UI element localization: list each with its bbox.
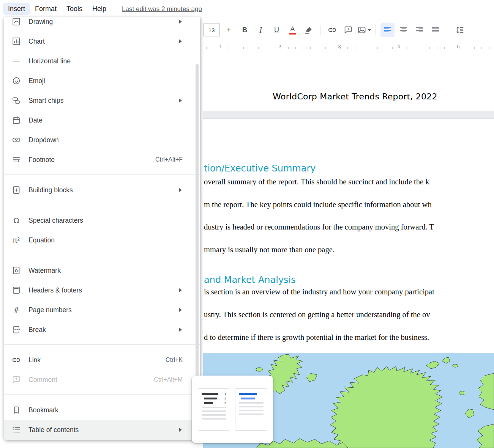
menu-item-drawing[interactable]: Drawing — [4, 17, 200, 31]
dropdown-icon — [11, 135, 21, 145]
body-text-line[interactable]: mmary is usually not more than one page. — [204, 245, 335, 254]
insert-image-button[interactable] — [357, 23, 371, 37]
image-icon — [357, 25, 366, 35]
menu-divider — [4, 344, 200, 345]
font-size-increase-button[interactable]: + — [222, 23, 236, 37]
highlight-button[interactable] — [301, 23, 316, 37]
menu-format[interactable]: Format — [30, 3, 62, 15]
menu-item-watermark[interactable]: Watermark — [4, 261, 200, 280]
toc-option-blue-links[interactable] — [235, 388, 267, 431]
menu-item-label: Page numbers — [28, 306, 72, 314]
menu-item-horizontal-line[interactable]: Horizontal line — [4, 51, 200, 71]
text-color-letter: A — [290, 26, 295, 32]
menu-item-page-numbers[interactable]: # Page numbers — [4, 300, 200, 320]
submenu-arrow-icon — [179, 428, 182, 432]
comment-icon — [11, 375, 21, 384]
bookmark-icon — [11, 406, 21, 415]
menu-item-label: Table of contents — [28, 426, 79, 434]
menu-item-table-of-contents[interactable]: Table of contents — [4, 420, 200, 440]
highlight-icon — [304, 25, 313, 35]
ruler-mark: 5 — [457, 44, 460, 49]
body-text-line[interactable]: d to determine if there is growth potent… — [204, 333, 429, 342]
justify-button[interactable] — [428, 23, 442, 37]
section-heading[interactable]: and Market Analysis — [204, 275, 296, 285]
toc-option-page-numbers[interactable]: 1 2 3 — [198, 388, 230, 431]
line-spacing-button[interactable] — [453, 23, 467, 37]
menu-item-label: Building blocks — [28, 186, 73, 194]
ruler-ticks — [206, 47, 494, 49]
text-color-button[interactable]: A — [286, 23, 300, 37]
menu-item-smart-chips[interactable]: Smart chips — [4, 91, 200, 110]
align-left-button[interactable] — [380, 23, 395, 37]
insert-comment-button[interactable] — [341, 23, 355, 37]
menu-item-chart[interactable]: Chart — [4, 31, 200, 51]
toc-thumb-link-bar — [239, 393, 257, 395]
link-icon — [328, 25, 337, 35]
image-dropdown-caret-icon — [368, 29, 371, 31]
menu-item-comment: Comment Ctrl+Alt+M — [4, 370, 200, 390]
toolbar-divider — [376, 25, 376, 35]
font-size-input[interactable]: 13 — [203, 24, 220, 36]
italic-button[interactable]: I — [254, 23, 268, 37]
menu-item-emoji[interactable]: Emoji — [4, 71, 200, 91]
menu-item-bookmark[interactable]: Bookmark — [4, 400, 200, 420]
menu-item-label: Date — [28, 116, 43, 124]
menu-item-building-blocks[interactable]: Building blocks — [4, 180, 200, 200]
ruler-mark: 3 — [338, 44, 341, 49]
menu-item-label: Watermark — [28, 267, 61, 275]
text-color-indicator — [289, 33, 296, 35]
toc-thumb-heading-bar — [202, 393, 218, 395]
submenu-arrow-icon — [179, 39, 182, 43]
ruler-mark: 4 — [398, 44, 400, 49]
menu-item-label: Horizontal line — [28, 57, 71, 65]
body-text-line[interactable]: dustry is headed or recommendations for … — [204, 223, 434, 231]
last-edit-link[interactable]: Last edit was 2 minutes ago — [122, 5, 202, 13]
page-gap — [203, 111, 494, 119]
menu-item-dropdown[interactable]: Dropdown — [4, 130, 200, 150]
submenu-arrow-icon — [179, 288, 182, 292]
insert-menu: Drawing Chart Horizontal line Emoji Smar… — [4, 17, 200, 440]
menu-tools[interactable]: Tools — [62, 3, 87, 15]
menu-item-link[interactable]: Link Ctrl+K — [4, 350, 200, 370]
line-spacing-icon — [455, 25, 464, 35]
menu-item-label: Emoji — [28, 77, 45, 85]
align-right-button[interactable] — [412, 23, 426, 37]
toc-thumb-text-line — [239, 413, 264, 415]
page-numbers-icon: # — [11, 307, 21, 314]
menu-item-break[interactable]: Break — [4, 320, 200, 340]
menu-insert[interactable]: Insert — [3, 3, 30, 15]
bold-button[interactable]: B — [238, 23, 252, 37]
ruler-mark: 2 — [279, 44, 281, 49]
menu-help[interactable]: Help — [87, 3, 111, 15]
menu-item-label: Chart — [28, 38, 45, 46]
toolbar-divider — [320, 25, 320, 35]
comment-icon — [344, 25, 353, 35]
menu-item-date[interactable]: Date — [4, 110, 200, 130]
underline-button[interactable]: U — [270, 23, 284, 37]
document-title[interactable]: WorldCorp Market Trends Report, 2022 — [203, 92, 494, 101]
toc-thumb-page-number: 1 — [224, 393, 226, 396]
menu-item-headers-footers[interactable]: Headers & footers — [4, 280, 200, 300]
body-text-line[interactable]: m the report. The key points could inclu… — [204, 200, 432, 209]
submenu-arrow-icon — [179, 99, 182, 102]
menu-divider — [4, 395, 200, 395]
date-icon — [11, 116, 21, 125]
menu-item-footnote[interactable]: Footnote Ctrl+Alt+F — [4, 150, 200, 170]
menu-item-special-characters[interactable]: Ω Special characters — [4, 211, 200, 230]
menu-item-equation[interactable]: π² Equation — [4, 230, 200, 250]
toc-thumb-text-line — [202, 418, 226, 420]
ruler-mark: 1 — [219, 44, 222, 49]
insert-link-button[interactable] — [325, 23, 339, 37]
section-heading[interactable]: tion/Executive Summary — [204, 163, 316, 174]
align-center-button[interactable] — [396, 23, 410, 37]
chart-icon — [11, 37, 21, 46]
body-text-line[interactable]: ustry. This section is centered on getti… — [204, 310, 430, 319]
toc-thumb-heading-bar — [204, 402, 213, 404]
align-center-icon — [399, 25, 408, 35]
ruler[interactable]: 1 2 3 4 5 — [203, 42, 494, 53]
toc-thumb-text-line — [239, 410, 264, 411]
submenu-arrow-icon — [179, 20, 182, 24]
body-text-line[interactable]: is section is an overview of the industr… — [204, 288, 434, 296]
body-text-line[interactable]: overall summary of the report. This shou… — [204, 178, 429, 186]
footnote-icon — [11, 155, 21, 164]
